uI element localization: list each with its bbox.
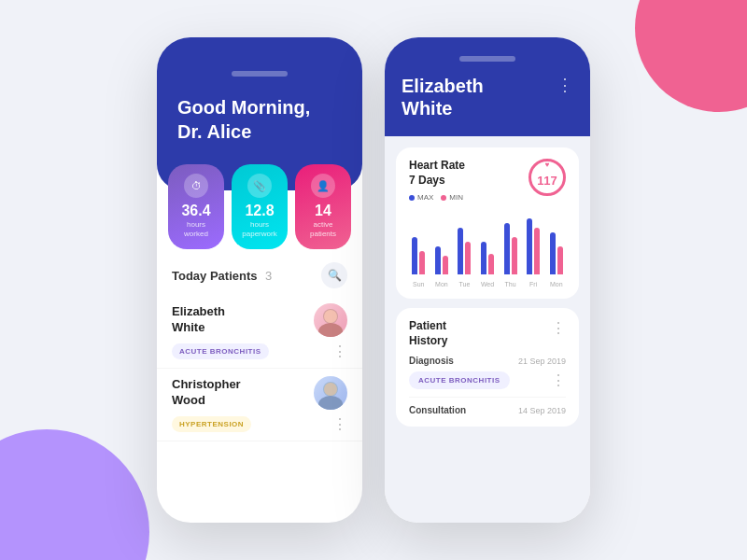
bar-blue-Fri: [527, 218, 532, 274]
heart-rate-info: Heart Rate7 Days MAX MIN: [409, 159, 465, 202]
bar-group-Mon: [546, 232, 566, 274]
bar-pink-Mon: [557, 246, 563, 274]
history-diagnosis-more[interactable]: ⋮: [551, 371, 566, 389]
history-diagnosis-row: ACUTE BRONCHITIS ⋮: [409, 371, 566, 389]
active-patients-icon: 👤: [311, 174, 335, 198]
bar-pink-Thu: [512, 237, 517, 274]
stat-card-hours-worked[interactable]: ⏱ 36.4 hoursworked: [168, 164, 224, 249]
more-button-elizabeth[interactable]: ⋮: [332, 343, 347, 360]
patient-avatar-elizabeth: [314, 303, 347, 337]
patient-avatar-christopher: [314, 376, 347, 410]
day-label-Mon-6: Mon: [546, 281, 566, 287]
bar-pink-Wed: [488, 254, 494, 274]
phone-patient-detail: Elizabeth White ⋮ Heart Rate7 Days MAX: [385, 37, 590, 523]
bar-blue-Sun: [412, 237, 417, 274]
patient-row-elizabeth: ElizabethWhite: [172, 303, 347, 337]
bar-blue-Thu: [504, 223, 510, 274]
bar-group-Mon: [432, 246, 452, 274]
diagnosis-row-christopher: HYPERTENSION ⋮: [172, 415, 347, 433]
history-more-button[interactable]: ⋮: [551, 319, 566, 337]
hours-worked-number: 36.4: [181, 203, 210, 218]
active-patients-label: activepatients: [310, 220, 336, 240]
active-patients-number: 14: [315, 203, 331, 218]
bar-blue-Mon: [435, 246, 441, 274]
consultation-date: 14 Sep 2019: [518, 406, 566, 415]
diagnosis-date: 21 Sep 2019: [518, 357, 566, 366]
patient-item-christopher: ChristopherWood HYPERTENSION ⋮: [157, 369, 362, 441]
hours-worked-icon: ⏱: [184, 174, 208, 198]
paperwork-number: 12.8: [245, 203, 274, 218]
bar-group-Wed: [478, 242, 498, 274]
legend-min: MIN: [441, 193, 463, 202]
bar-blue-Tue: [458, 228, 463, 274]
section-title: Today Patients 3: [172, 267, 272, 284]
patient-detail-header: Elizabeth White ⋮: [402, 75, 573, 119]
svg-point-2: [324, 310, 337, 323]
today-patients-header: Today Patients 3 🔍: [157, 249, 362, 296]
bg-decoration-top-right: [635, 0, 747, 112]
bg-decoration-bottom-left: [0, 429, 149, 560]
stat-card-paperwork[interactable]: 📎 12.8 hourspaperwork: [232, 164, 288, 249]
patient-history-card: PatientHistory ⋮ Diagnosis 21 Sep 2019 A…: [396, 308, 579, 427]
patient-row-christopher: ChristopherWood: [172, 376, 347, 410]
svg-point-4: [318, 396, 343, 410]
bar-pink-Mon: [443, 256, 448, 274]
bar-pink-Fri: [534, 228, 540, 274]
diagnosis-row-elizabeth: ACUTE BRONCHITIS ⋮: [172, 343, 347, 360]
legend-max: MAX: [409, 193, 433, 202]
stat-card-active-patients[interactable]: 👤 14 activepatients: [295, 164, 351, 249]
stats-row: ⏱ 36.4 hoursworked 📎 12.8 hourspaperwork…: [157, 164, 362, 249]
patient-name-christopher: ChristopherWood: [172, 377, 241, 409]
chart-days-row: SunMonTueWedThuFriMon: [409, 278, 566, 287]
heart-rate-value: 117: [537, 174, 557, 188]
patient-detail-name: Elizabeth White: [402, 75, 484, 119]
svg-point-1: [318, 323, 343, 337]
phone-dashboard: Good Morning, Dr. Alice ⏱ 36.4 hourswork…: [157, 37, 362, 523]
phone1-notch: [232, 71, 288, 77]
more-button-christopher[interactable]: ⋮: [332, 415, 347, 433]
search-button[interactable]: 🔍: [321, 262, 347, 288]
bar-pink-Tue: [465, 242, 471, 274]
legend-dot-max: [409, 195, 415, 201]
history-header: PatientHistory ⋮: [409, 319, 566, 348]
heart-rate-chart: [409, 209, 566, 274]
phone2-body: Heart Rate7 Days MAX MIN: [385, 136, 590, 523]
day-label-Mon-1: Mon: [432, 281, 452, 287]
diagnosis-label: Diagnosis: [409, 356, 454, 366]
consultation-label: Consultation: [409, 405, 466, 415]
day-label-Fri-5: Fri: [524, 281, 543, 287]
phone2-notch: [459, 56, 515, 62]
header-more-button[interactable]: ⋮: [557, 75, 573, 95]
svg-point-5: [324, 383, 337, 396]
history-diagnosis-badge: ACUTE BRONCHITIS: [409, 371, 510, 389]
heart-rate-title: Heart Rate7 Days: [409, 159, 465, 188]
heart-rate-header: Heart Rate7 Days MAX MIN: [409, 159, 566, 202]
bar-group-Sun: [409, 237, 429, 274]
bar-pink-Sun: [419, 251, 425, 274]
heart-rate-circle: 117: [529, 159, 566, 196]
legend-dot-min: [441, 195, 446, 201]
day-label-Tue-2: Tue: [455, 281, 474, 287]
patient-item-elizabeth: ElizabethWhite ACUTE BRONCHITIS ⋮: [157, 296, 362, 369]
paperwork-label: hourspaperwork: [242, 220, 276, 240]
bar-blue-Wed: [481, 242, 486, 274]
day-label-Thu-4: Thu: [500, 281, 520, 287]
hours-worked-label: hoursworked: [184, 220, 208, 240]
consultation-row: Consultation 14 Sep 2019: [409, 397, 566, 415]
phones-container: Good Morning, Dr. Alice ⏱ 36.4 hourswork…: [157, 37, 590, 523]
bar-group-Tue: [455, 228, 474, 274]
hr-legend: MAX MIN: [409, 193, 465, 202]
day-label-Sun-0: Sun: [409, 281, 429, 287]
day-label-Wed-3: Wed: [478, 281, 498, 287]
history-title: PatientHistory: [409, 319, 447, 348]
bar-group-Fri: [524, 218, 543, 274]
bar-blue-Mon: [550, 232, 556, 274]
diagnosis-badge-christopher: HYPERTENSION: [172, 416, 251, 432]
diagnosis-badge-elizabeth: ACUTE BRONCHITIS: [172, 343, 269, 359]
patient-name-elizabeth: ElizabethWhite: [172, 304, 225, 336]
greeting-text: Good Morning, Dr. Alice: [177, 95, 342, 144]
bar-group-Thu: [500, 223, 520, 274]
history-diagnosis-section: Diagnosis 21 Sep 2019: [409, 356, 566, 366]
phone2-header: Elizabeth White ⋮: [385, 37, 590, 136]
heart-rate-card: Heart Rate7 Days MAX MIN: [396, 147, 579, 299]
